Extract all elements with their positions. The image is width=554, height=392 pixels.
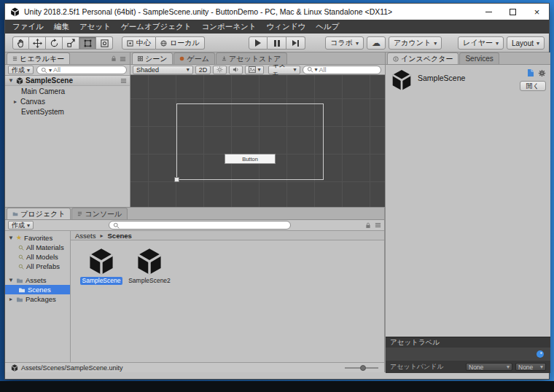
open-button-label: 開く — [526, 82, 539, 91]
asset-bundle-variant-dropdown[interactable]: None ▾ — [515, 363, 546, 371]
scene-menu-icon[interactable] — [120, 78, 127, 84]
rect-tool-button[interactable] — [79, 36, 96, 50]
pivot-toggle-button[interactable]: 中心 — [122, 36, 156, 50]
file-name-label: SampleScene — [80, 277, 123, 285]
rotate-tool-button[interactable] — [46, 36, 63, 50]
close-button[interactable]: × — [525, 4, 549, 20]
tree-packages[interactable]: ▸ Packages — [5, 294, 70, 304]
tree-scenes-selected[interactable]: Scenes — [5, 285, 70, 294]
canvas-rect-outline[interactable] — [176, 103, 324, 180]
tree-favorites[interactable]: ▼ ★ Favorites — [5, 233, 70, 243]
expand-arrow-icon[interactable]: ▼ — [8, 77, 14, 84]
file-sample-scene[interactable]: SampleScene — [81, 248, 122, 285]
chevron-down-icon: ▾ — [27, 67, 30, 74]
account-dropdown[interactable]: アカウント▾ — [389, 36, 442, 50]
gear-icon[interactable] — [538, 69, 546, 77]
tab-services[interactable]: Services — [459, 52, 499, 64]
audio-toggle-button[interactable] — [229, 66, 243, 74]
layout-dropdown[interactable]: Layout▾ — [507, 36, 545, 50]
file-sample-scene2[interactable]: SampleScene2 — [129, 248, 170, 285]
expand-arrow-icon[interactable]: ▼ — [8, 235, 14, 241]
collapsed-arrow-icon[interactable]: ▸ — [8, 296, 14, 302]
tree-label: Scenes — [28, 286, 51, 294]
hierarchy-create-button[interactable]: 作成▾ — [8, 66, 34, 74]
minimize-button[interactable] — [477, 4, 501, 20]
cloud-button[interactable]: ☁ — [367, 36, 386, 50]
game-icon — [179, 56, 184, 61]
scale-tool-button[interactable] — [63, 36, 79, 50]
layers-dropdown[interactable]: レイヤー▾ — [458, 36, 504, 50]
tree-label: Favorites — [24, 234, 52, 242]
hierarchy-item-canvas[interactable]: ▸ Canvas — [5, 96, 130, 106]
title-bar[interactable]: Unity 2018.2.5f1 Personal (64bit) - Samp… — [5, 4, 549, 20]
tree-all-models[interactable]: All Models — [5, 252, 70, 262]
hierarchy-item-main-camera[interactable]: Main Camera — [5, 86, 130, 96]
effects-dropdown[interactable]: ▾ — [245, 66, 264, 74]
tab-console[interactable]: コンソール — [71, 208, 128, 219]
menu-gameobject[interactable]: ゲームオブジェクト — [116, 20, 196, 34]
menu-edit[interactable]: 編集 — [49, 20, 74, 34]
lock-icon[interactable] — [111, 55, 117, 62]
collab-dropdown[interactable]: コラボ▾ — [325, 36, 364, 50]
canvas-corner-handle[interactable] — [174, 177, 179, 182]
tab-project[interactable]: プロジェクト — [7, 208, 71, 219]
windows-taskbar[interactable] — [0, 381, 554, 392]
gizmos-dropdown[interactable]: ギズモ ▾ — [268, 66, 300, 74]
toggle-2d-button[interactable]: 2D — [195, 66, 211, 74]
tree-all-materials[interactable]: All Materials — [5, 243, 70, 252]
project-create-button[interactable]: 作成▾ — [8, 221, 34, 230]
hand-icon — [16, 39, 26, 48]
menu-window[interactable]: ウィンドウ — [261, 20, 311, 34]
thumbnail-size-slider[interactable] — [345, 364, 378, 372]
tree-all-prefabs[interactable]: All Prefabs — [5, 262, 70, 271]
hierarchy-scene-row[interactable]: ▼ SampleScene — [5, 76, 130, 86]
space-toggle-button[interactable]: ローカル — [156, 36, 205, 50]
scene-search-input[interactable]: ▾ All — [303, 66, 381, 74]
scene-ui-button[interactable]: Button — [225, 154, 276, 164]
menu-file[interactable]: ファイル — [7, 20, 49, 34]
lock-icon[interactable] — [365, 222, 371, 229]
folder-icon — [16, 278, 23, 283]
sun-icon — [216, 66, 223, 73]
collab-label: コラボ — [330, 38, 353, 48]
breadcrumb-root[interactable]: Assets — [75, 232, 96, 240]
menu-assets[interactable]: アセット — [74, 20, 116, 34]
transform-tool-button[interactable] — [96, 36, 113, 50]
play-button[interactable] — [249, 36, 268, 50]
doc-page-icon[interactable] — [527, 68, 534, 77]
hierarchy-item-eventsystem[interactable]: EventSystem — [5, 106, 130, 117]
slider-knob[interactable] — [360, 365, 366, 371]
step-button[interactable] — [286, 36, 305, 50]
hand-tool-button[interactable] — [12, 36, 29, 50]
tab-game[interactable]: ゲーム — [173, 52, 214, 64]
tab-asset-store[interactable]: アセットストア — [216, 52, 287, 64]
tab-hierarchy[interactable]: ヒエラルキー — [7, 52, 70, 64]
project-status-bar: Assets/Scenes/SampleScene.unity — [5, 362, 384, 372]
menu-help[interactable]: ヘルプ — [311, 20, 344, 34]
tab-scene[interactable]: シーン — [132, 52, 173, 64]
hierarchy-search-input[interactable]: ▾ All — [36, 66, 127, 74]
label-tag-icon[interactable] — [536, 350, 545, 358]
pause-button[interactable] — [268, 36, 286, 50]
search-filter-icon: ▾ — [315, 66, 318, 73]
project-search-input[interactable] — [109, 221, 291, 230]
menu-component[interactable]: コンポーネント — [196, 20, 261, 34]
breadcrumb-current[interactable]: Scenes — [108, 232, 132, 240]
chevron-down-icon: ▾ — [496, 40, 499, 47]
mode-2d-label: 2D — [199, 66, 208, 74]
open-scene-button[interactable]: 開く — [520, 81, 546, 91]
tree-assets[interactable]: ▼ Assets — [5, 275, 70, 285]
move-tool-button[interactable] — [29, 36, 46, 50]
project-folder-tree: ▼ ★ Favorites All Materials All Models — [5, 231, 71, 362]
asset-bundle-dropdown[interactable]: None ▾ — [466, 363, 512, 371]
panel-menu-icon[interactable] — [120, 56, 126, 62]
scene-viewport[interactable]: Button — [130, 75, 385, 207]
collapsed-arrow-icon[interactable]: ▸ — [12, 98, 18, 105]
star-icon: ★ — [16, 235, 22, 241]
lighting-toggle-button[interactable] — [213, 66, 227, 74]
maximize-button[interactable] — [501, 4, 525, 20]
shading-mode-dropdown[interactable]: Shaded ▾ — [133, 66, 193, 74]
panel-menu-icon[interactable] — [375, 222, 381, 228]
tab-inspector[interactable]: インスペクター — [387, 52, 459, 64]
expand-arrow-icon[interactable]: ▼ — [8, 277, 14, 283]
